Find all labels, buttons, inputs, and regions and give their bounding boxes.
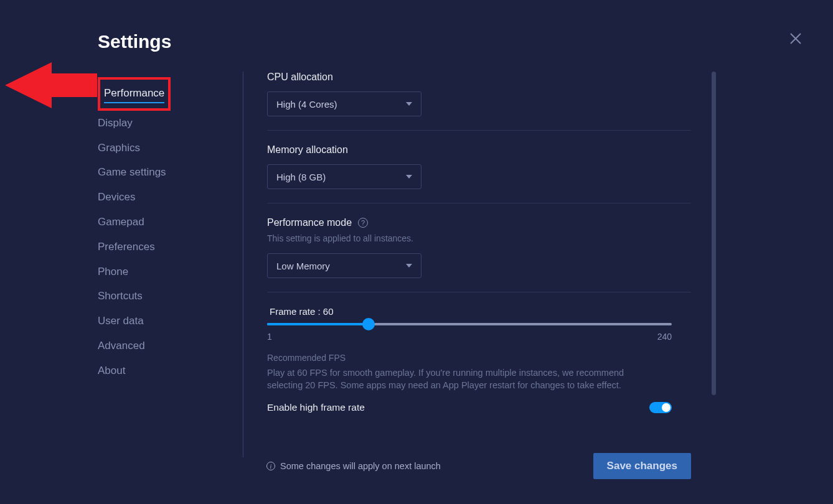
help-icon[interactable]: ?: [358, 218, 368, 228]
slider-min: 1: [267, 332, 272, 342]
cpu-label: CPU allocation: [267, 72, 691, 83]
footer: i Some changes will apply on next launch…: [243, 453, 691, 479]
content-pane: CPU allocation High (4 Cores) Memory all…: [243, 72, 691, 457]
cpu-dropdown[interactable]: High (4 Cores): [267, 91, 421, 116]
sidebar-item-phone[interactable]: Phone: [98, 259, 222, 284]
svg-marker-0: [5, 62, 97, 108]
perfmode-dropdown[interactable]: Low Memory: [267, 253, 421, 278]
sidebar: Performance Display Graphics Game settin…: [98, 77, 222, 383]
sidebar-item-gamepad[interactable]: Gamepad: [98, 210, 222, 235]
close-button[interactable]: [788, 31, 803, 46]
high-fps-toggle[interactable]: [649, 402, 672, 413]
sidebar-item-graphics[interactable]: Graphics: [98, 136, 222, 161]
sidebar-item-display[interactable]: Display: [98, 111, 222, 136]
sidebar-item-devices[interactable]: Devices: [98, 185, 222, 210]
sidebar-item-about[interactable]: About: [98, 358, 222, 383]
save-button[interactable]: Save changes: [593, 453, 691, 479]
sidebar-item-advanced[interactable]: Advanced: [98, 334, 222, 358]
sidebar-item-preferences[interactable]: Preferences: [98, 235, 222, 259]
sidebar-item-shortcuts[interactable]: Shortcuts: [98, 284, 222, 309]
cpu-section: CPU allocation High (4 Cores): [267, 72, 691, 131]
framerate-slider[interactable]: [267, 323, 672, 325]
slider-thumb[interactable]: [362, 318, 375, 330]
caret-down-icon: [406, 264, 412, 268]
framerate-label: Frame rate : 60: [270, 306, 691, 317]
sidebar-item-performance-highlight: Performance: [98, 77, 171, 111]
memory-dropdown[interactable]: High (8 GB): [267, 164, 421, 189]
perfmode-subtext: This setting is applied to all instances…: [267, 233, 691, 243]
launch-notice: i Some changes will apply on next launch: [266, 461, 441, 471]
framerate-section: Frame rate : 60 1 240 Recommended FPS Pl…: [267, 306, 691, 427]
perfmode-section: Performance mode ? This setting is appli…: [267, 217, 691, 292]
scrollbar[interactable]: [712, 72, 716, 395]
slider-max: 240: [657, 332, 672, 342]
sidebar-item-user-data[interactable]: User data: [98, 309, 222, 334]
caret-down-icon: [406, 175, 412, 179]
recommended-fps-text: Play at 60 FPS for smooth gameplay. If y…: [267, 366, 653, 392]
high-fps-label: Enable high frame rate: [267, 402, 365, 413]
memory-dropdown-value: High (8 GB): [276, 172, 326, 182]
annotation-arrow: [5, 57, 97, 113]
recommended-fps-label: Recommended FPS: [267, 353, 691, 363]
caret-down-icon: [406, 102, 412, 106]
toggle-knob: [662, 403, 671, 412]
slider-fill: [267, 323, 369, 325]
slider-range: 1 240: [267, 332, 672, 342]
sidebar-item-game-settings[interactable]: Game settings: [98, 160, 222, 185]
memory-section: Memory allocation High (8 GB): [267, 144, 691, 203]
perfmode-label: Performance mode ?: [267, 217, 691, 228]
perfmode-dropdown-value: Low Memory: [276, 261, 330, 271]
high-fps-row: Enable high frame rate: [267, 402, 672, 413]
page-title: Settings: [98, 31, 171, 52]
info-icon: i: [266, 462, 275, 470]
cpu-dropdown-value: High (4 Cores): [276, 99, 337, 110]
sidebar-item-performance[interactable]: Performance: [104, 81, 164, 103]
memory-label: Memory allocation: [267, 144, 691, 156]
